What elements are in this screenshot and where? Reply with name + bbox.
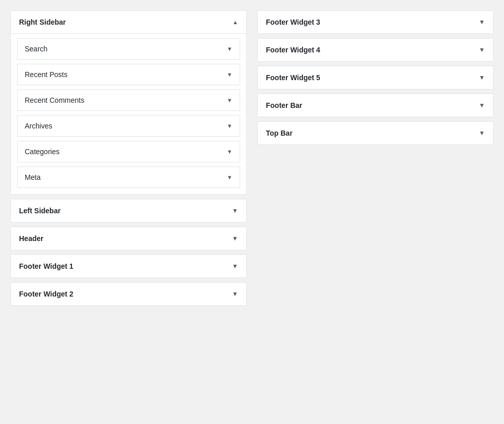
right-sidebar-widgets: Search ▼ Recent Posts ▼ Recent Comments … [11,33,246,194]
main-layout: Right Sidebar ▲ Search ▼ Recent Posts ▼ … [10,10,494,306]
left-sidebar-title: Left Sidebar [19,207,61,215]
footer-widget-5-title: Footer Widget 5 [266,73,320,82]
footer-widget-1-header[interactable]: Footer Widget 1 ▼ [11,255,246,278]
footer-widget-1-chevron-icon: ▼ [232,263,238,270]
header-title: Header [19,234,43,243]
footer-widget-5-header[interactable]: Footer Widget 5 ▼ [258,66,493,89]
widget-categories-chevron-icon: ▼ [227,149,232,155]
widget-categories[interactable]: Categories ▼ [17,141,240,162]
footer-bar-area: Footer Bar ▼ [257,94,494,117]
widget-recent-posts-label: Recent Posts [25,70,67,79]
header-header[interactable]: Header ▼ [11,227,246,250]
footer-widget-4-chevron-icon: ▼ [479,46,485,53]
widget-search[interactable]: Search ▼ [17,38,240,60]
left-column: Right Sidebar ▲ Search ▼ Recent Posts ▼ … [10,10,247,306]
footer-bar-chevron-icon: ▼ [479,102,485,109]
header-area: Header ▼ [10,227,247,250]
footer-widget-2-header[interactable]: Footer Widget 2 ▼ [11,283,246,305]
footer-widget-3-area: Footer Widget 3 ▼ [257,10,494,34]
footer-widget-2-title: Footer Widget 2 [19,290,74,298]
footer-widget-2-chevron-icon: ▼ [232,290,238,298]
right-sidebar-title: Right Sidebar [19,18,66,26]
footer-widget-4-title: Footer Widget 4 [266,46,320,54]
footer-widget-4-header[interactable]: Footer Widget 4 ▼ [258,39,493,61]
left-sidebar-chevron-icon: ▼ [232,207,238,214]
widget-archives-label: Archives [25,122,52,130]
footer-widget-3-header[interactable]: Footer Widget 3 ▼ [258,11,493,33]
left-sidebar-header[interactable]: Left Sidebar ▼ [11,199,246,222]
footer-bar-title: Footer Bar [266,101,302,109]
widget-search-chevron-icon: ▼ [227,46,232,52]
footer-bar-header[interactable]: Footer Bar ▼ [258,94,493,117]
top-bar-chevron-icon: ▼ [479,130,485,137]
widget-recent-posts-chevron-icon: ▼ [227,71,232,78]
widget-recent-comments[interactable]: Recent Comments ▼ [17,89,240,111]
right-sidebar-chevron-up-icon: ▲ [232,19,238,25]
top-bar-header[interactable]: Top Bar ▼ [258,122,493,144]
top-bar-title: Top Bar [266,129,293,137]
footer-widget-1-title: Footer Widget 1 [19,262,74,270]
footer-widget-4-area: Footer Widget 4 ▼ [257,38,494,62]
top-bar-area: Top Bar ▼ [257,121,494,145]
widget-archives-chevron-icon: ▼ [227,123,232,129]
widget-search-label: Search [25,45,47,53]
widget-recent-comments-label: Recent Comments [25,96,84,104]
widget-meta-label: Meta [25,173,41,181]
footer-widget-3-chevron-icon: ▼ [479,19,485,26]
widget-archives[interactable]: Archives ▼ [17,115,240,137]
widget-categories-label: Categories [25,148,60,156]
header-chevron-icon: ▼ [232,235,238,242]
widget-meta[interactable]: Meta ▼ [17,167,240,188]
footer-widget-5-chevron-icon: ▼ [479,74,485,81]
widget-recent-posts[interactable]: Recent Posts ▼ [17,64,240,85]
widget-meta-chevron-icon: ▼ [227,174,232,180]
footer-widget-2-area: Footer Widget 2 ▼ [10,282,247,306]
left-sidebar-area: Left Sidebar ▼ [10,199,247,223]
footer-widget-5-area: Footer Widget 5 ▼ [257,66,494,89]
footer-widget-1-area: Footer Widget 1 ▼ [10,254,247,278]
right-sidebar-area: Right Sidebar ▲ Search ▼ Recent Posts ▼ … [10,10,247,195]
footer-widget-3-title: Footer Widget 3 [266,18,320,26]
widget-recent-comments-chevron-icon: ▼ [227,97,232,103]
right-sidebar-header[interactable]: Right Sidebar ▲ [11,11,246,33]
right-column: Footer Widget 3 ▼ Footer Widget 4 ▼ Foot… [257,10,494,306]
